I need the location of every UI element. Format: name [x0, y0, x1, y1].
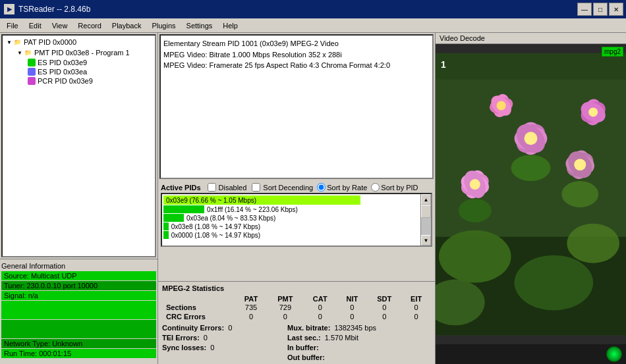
menu-record[interactable]: Record [72, 18, 106, 32]
radio-disabled[interactable]: Disabled [206, 183, 247, 192]
info-panel-label: General Information [1, 262, 156, 270]
pid-scroll-track[interactable] [421, 205, 431, 235]
es-info-line3: MPEG Video: Framerate 25 fps Aspect Rati… [163, 60, 430, 71]
video-area: 1 mpg2 [436, 44, 626, 344]
tree-item-pat[interactable]: ▼ 📁 PAT PID 0x0000 [4, 37, 154, 47]
stats-sections-cat: 0 [303, 303, 337, 312]
stats-sections-pmt: 729 [268, 303, 303, 312]
menu-plugins[interactable]: Plugins [146, 18, 181, 32]
video-header-label: Video Decode [440, 34, 485, 42]
tree-view[interactable]: ▼ 📁 PAT PID 0x0000 ▼ 📁 PMT PID 0x03e8 - … [1, 34, 156, 257]
minimize-button[interactable]: — [577, 3, 592, 16]
menu-view[interactable]: View [47, 18, 73, 32]
es-info-area[interactable]: Elementary Stream PID 1001 (0x03e9) MPEG… [159, 34, 434, 179]
stats-sections-sdt: 0 [367, 303, 401, 312]
svg-point-31 [561, 181, 598, 207]
center-panel: Elementary Stream PID 1001 (0x03e9) MPEG… [158, 33, 435, 364]
pid-scroll-thumb[interactable] [421, 205, 431, 218]
menu-help[interactable]: Help [217, 18, 243, 32]
pid-bar-2 [163, 205, 204, 213]
stats-col-eit: EIT [401, 295, 431, 303]
info-source: Source: Multicast UDP [1, 271, 156, 280]
title-bar-left: ▶ TSReader -- 2.8.46b [4, 4, 90, 14]
menu-settings[interactable]: Settings [181, 18, 218, 32]
svg-text:1: 1 [441, 59, 446, 70]
checkbox-disabled[interactable] [208, 183, 216, 192]
stats-tei-row: TEI Errors: 0 [162, 334, 281, 342]
menu-file[interactable]: File [1, 18, 24, 32]
pid-scroll-down[interactable]: ▼ [421, 235, 431, 246]
main-content: ▼ 📁 PAT PID 0x0000 ▼ 📁 PMT PID 0x03e8 - … [0, 33, 626, 364]
svg-point-3 [515, 255, 594, 311]
radio-sort-pid[interactable]: Sort by PID [371, 183, 418, 192]
info-tuner: Tuner: 230.0.0.10 port 10000 [1, 281, 156, 290]
video-bottom-bar [436, 344, 626, 364]
active-pids-label: Active PIDs [161, 184, 201, 192]
tree-item-pcr[interactable]: PCR PID 0x03e9 [4, 76, 154, 86]
info-signal: Signal: n/a [1, 291, 156, 300]
stats-col-nit: NIT [337, 295, 368, 303]
close-button[interactable]: ✕ [609, 3, 623, 16]
stats-crc-row: CRC Errors 0 0 0 0 0 0 [162, 312, 431, 321]
svg-point-2 [439, 230, 511, 283]
pid-scroll-up[interactable]: ▲ [421, 194, 431, 205]
stats-lastsec-label: Last sec.: [287, 334, 321, 342]
active-pids-header: Active PIDs Disabled Sort Decending Sort… [159, 180, 434, 193]
stats-continuity-row: Continuity Errors: 0 [162, 324, 281, 332]
pid-bar-5 [163, 231, 169, 239]
stats-outbuf-label: Out buffer: [287, 353, 325, 361]
stats-table: PAT PMT CAT NIT SDT EIT Sections 735 729… [162, 295, 431, 321]
tree-item-es1[interactable]: ES PID 0x03e9 [4, 58, 154, 67]
stats-tei-val: 0 [204, 334, 208, 342]
pid-list-container[interactable]: 0x03e9 (76.66 % ~ 1.05 Mbps) 0x1fff (16.… [161, 193, 432, 247]
stats-lastsec-val: 1.570 Mbit [325, 334, 358, 342]
pid-bar-2-label: 0x1fff (16.14 % ~ 223.06 Kbps) [207, 206, 298, 213]
es-info-line1: Elementary Stream PID 1001 (0x03e9) MPEG… [163, 38, 430, 49]
radio-sort-desc[interactable]: Sort Decending [250, 183, 313, 192]
stats-col-cat: CAT [303, 295, 337, 303]
radio-sort-rate-label: Sort by Rate [327, 184, 367, 192]
tree-label-es2: ES PID 0x03ea [38, 68, 87, 76]
svg-point-28 [588, 107, 598, 117]
pid-filter-group: Disabled Sort Decending Sort by Rate Sor… [206, 183, 418, 192]
info-blank1 [1, 301, 156, 319]
pid-scrollbar[interactable]: ▲ ▼ [420, 194, 431, 246]
info-network: Network Type: Unknown [1, 339, 156, 348]
svg-rect-32 [436, 53, 626, 80]
menu-edit[interactable]: Edit [24, 18, 47, 32]
tree-item-pmt[interactable]: ▼ 📁 PMT PID 0x03e8 - Program 1 [4, 47, 154, 58]
menu-playback[interactable]: Playback [107, 18, 147, 32]
stats-crc-eit: 0 [401, 312, 431, 321]
folder-icon-pmt: 📁 [24, 48, 33, 57]
stats-sections-label: Sections [162, 303, 235, 312]
expand-icon-pmt: ▼ [17, 50, 22, 56]
tree-label-pcr: PCR PID 0x03e9 [38, 77, 93, 85]
tree-label-pmt: PMT PID 0x03e8 - Program 1 [34, 49, 130, 57]
stats-col-pmt: PMT [268, 295, 303, 303]
radio-sort-rate[interactable]: Sort by Rate [317, 183, 367, 192]
stats-sync-label: Sync losses: [162, 344, 206, 351]
radio-sort-pid-input[interactable] [371, 183, 380, 192]
radio-sort-desc-label: Sort Decending [263, 184, 313, 192]
stats-mux-row: Mux. bitrate: 1382345 bps [287, 324, 376, 332]
tree-item-es2[interactable]: ES PID 0x03ea [4, 67, 154, 76]
signal-indicator [606, 346, 622, 362]
video-status-area [606, 346, 622, 362]
maximize-button[interactable]: □ [593, 3, 608, 16]
pid-bar-row-3: 0x03ea (8.04 % ~ 83.53 Kbps) [163, 214, 419, 222]
svg-point-29 [511, 155, 551, 181]
stats-crc-nit: 0 [337, 312, 368, 321]
pid-bar-5-label: 0x0000 (1.08 % ~ 14.97 Kbps) [171, 232, 260, 239]
app-icon: ▶ [4, 4, 14, 14]
svg-point-20 [574, 159, 586, 170]
stats-col-label [162, 295, 235, 303]
checkbox-sort-desc[interactable] [252, 183, 260, 192]
radio-sort-rate-input[interactable] [317, 183, 326, 192]
pid-bars: 0x03e9 (76.66 % ~ 1.05 Mbps) 0x1fff (16.… [162, 194, 431, 239]
info-runtime: Run Time: 000:01:15 [1, 349, 156, 358]
active-pids-section: Active PIDs Disabled Sort Decending Sort… [159, 180, 434, 280]
folder-icon-pat: 📁 [13, 38, 22, 47]
svg-point-30 [459, 199, 492, 222]
stats-tei-label: TEI Errors: [162, 334, 200, 342]
stats-sections-eit: 0 [401, 303, 431, 312]
